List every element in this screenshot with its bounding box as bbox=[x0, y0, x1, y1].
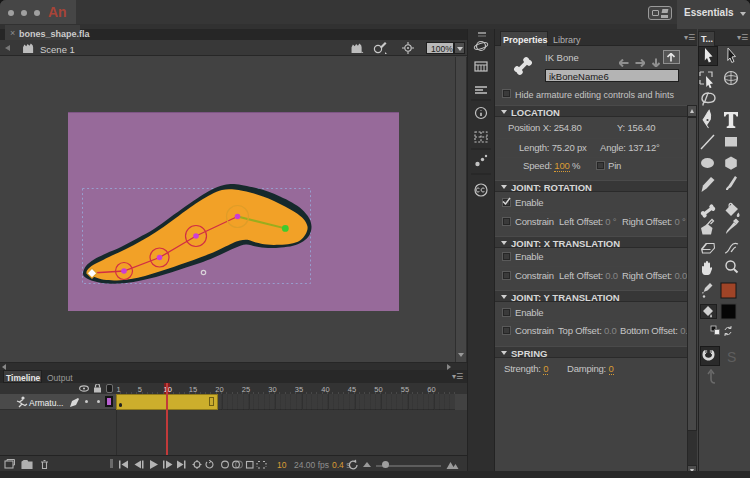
svg-text:S: S bbox=[727, 349, 736, 365]
